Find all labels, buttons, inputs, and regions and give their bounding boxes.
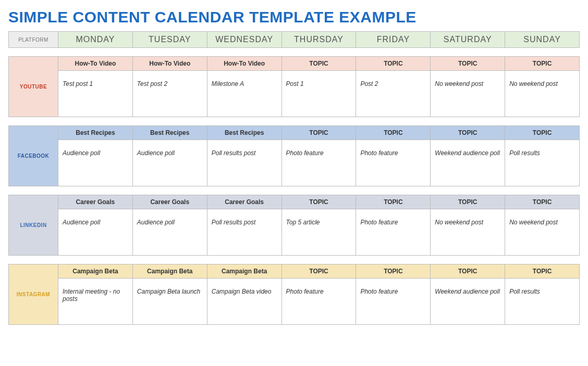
content-cell: No weekend post	[431, 71, 505, 117]
content-cell: Poll results post	[207, 140, 282, 186]
platform-label: FACEBOOK	[9, 126, 58, 186]
topic-cell: TOPIC	[505, 195, 579, 209]
topic-cell: Best Recipes	[58, 126, 133, 140]
topic-cell: How-To Video	[207, 57, 282, 71]
topic-cell: Career Goals	[133, 195, 207, 209]
platform-label: YOUTUBE	[9, 57, 58, 117]
platform-section-facebook: FACEBOOKBest RecipesBest RecipesBest Rec…	[8, 125, 580, 186]
content-cell: Milestone A	[207, 71, 282, 117]
topic-cell: How-To Video	[58, 57, 133, 71]
content-cell: Poll results	[505, 279, 579, 324]
topic-cell: How-To Video	[133, 57, 207, 71]
content-cell: Campaign Beta video	[207, 279, 282, 324]
platform-label: LINKEDIN	[9, 195, 58, 255]
content-cell: Audience poll	[133, 140, 207, 186]
platform-section-youtube: YOUTUBEHow-To VideoHow-To VideoHow-To Vi…	[8, 56, 580, 117]
day-header: THURSDAY	[282, 32, 357, 47]
content-cell: No weekend post	[505, 209, 579, 255]
content-cell: Audience poll	[133, 209, 207, 255]
content-cell: Poll results post	[207, 209, 282, 255]
header-row: PLATFORM MONDAY TUESDAY WEDNESDAY THURSD…	[8, 31, 580, 48]
content-cell: Audience poll	[58, 140, 133, 186]
day-header: WEDNESDAY	[207, 32, 282, 47]
content-cell: Audience poll	[58, 209, 133, 255]
topic-cell: TOPIC	[282, 57, 357, 71]
topic-cell: Best Recipes	[133, 126, 207, 140]
content-cell: Photo feature	[356, 140, 431, 186]
content-cell: Campaign Beta launch	[133, 279, 207, 324]
topic-cell: TOPIC	[356, 57, 431, 71]
topic-cell: TOPIC	[356, 264, 431, 279]
content-cell: Post 2	[356, 71, 431, 117]
topic-cell: Campaign Beta	[207, 264, 282, 279]
platform-section-instagram: INSTAGRAMCampaign BetaCampaign BetaCampa…	[8, 264, 580, 325]
topic-cell: TOPIC	[282, 195, 357, 209]
topic-cell: Campaign Beta	[58, 264, 133, 279]
content-cell: No weekend post	[505, 71, 579, 117]
topic-cell: TOPIC	[505, 264, 579, 279]
topic-cell: Campaign Beta	[133, 264, 207, 279]
platform-section-linkedin: LINKEDINCareer GoalsCareer GoalsCareer G…	[8, 195, 580, 256]
topic-cell: TOPIC	[282, 264, 357, 279]
topic-cell: TOPIC	[431, 126, 505, 140]
topic-cell: TOPIC	[356, 126, 431, 140]
topic-cell: Career Goals	[207, 195, 282, 209]
content-cell: Post 1	[282, 71, 357, 117]
content-cell: Poll results	[505, 140, 579, 186]
topic-cell: TOPIC	[282, 126, 357, 140]
content-cell: Photo feature	[282, 279, 357, 324]
content-cell: Photo feature	[356, 209, 431, 255]
day-header: MONDAY	[58, 32, 133, 47]
platform-label: INSTAGRAM	[9, 264, 58, 324]
day-header: FRIDAY	[356, 32, 431, 47]
topic-cell: TOPIC	[431, 195, 505, 209]
content-cell: Weekend audience poll	[431, 279, 505, 324]
content-cell: Photo feature	[356, 279, 431, 324]
day-header: SUNDAY	[505, 32, 579, 47]
topic-cell: TOPIC	[505, 126, 579, 140]
content-cell: Internal meeting - no posts	[58, 279, 133, 324]
content-cell: Weekend audience poll	[431, 140, 505, 186]
content-cell: Photo feature	[282, 140, 357, 186]
content-cell: No weekend post	[431, 209, 505, 255]
topic-cell: TOPIC	[505, 57, 579, 71]
content-cell: Test post 2	[133, 71, 207, 117]
topic-cell: TOPIC	[356, 195, 431, 209]
page-title: SIMPLE CONTENT CALENDAR TEMPLATE EXAMPLE	[8, 8, 580, 26]
content-cell: Top 5 article	[282, 209, 357, 255]
topic-cell: TOPIC	[431, 57, 505, 71]
content-cell: Test post 1	[58, 71, 133, 117]
topic-cell: TOPIC	[431, 264, 505, 279]
topic-cell: Career Goals	[58, 195, 133, 209]
day-header: TUESDAY	[133, 32, 207, 47]
platform-header: PLATFORM	[9, 32, 58, 47]
day-header: SATURDAY	[431, 32, 505, 47]
topic-cell: Best Recipes	[207, 126, 282, 140]
